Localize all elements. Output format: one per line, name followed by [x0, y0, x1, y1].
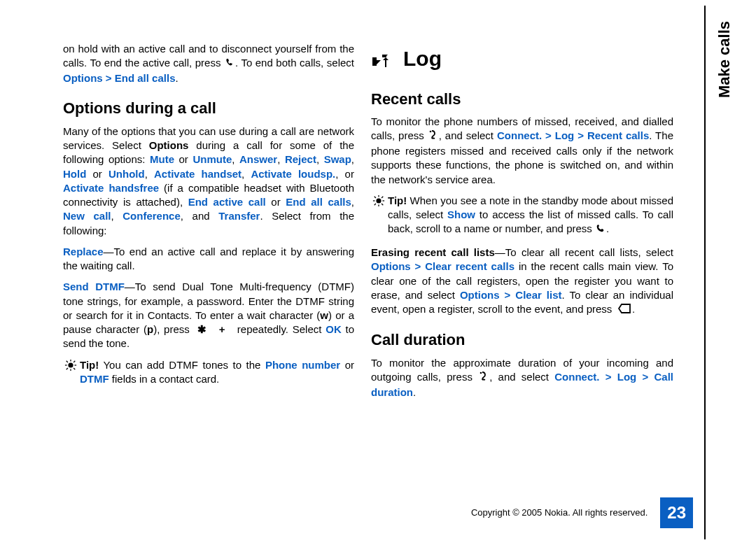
- page-content: on hold with an active call and to disco…: [0, 0, 756, 545]
- svg-line-5: [66, 360, 68, 362]
- svg-point-19: [480, 371, 482, 374]
- svg-point-10: [376, 198, 381, 203]
- log-icon: [371, 50, 391, 67]
- menu-key-icon: [428, 129, 439, 144]
- footer: Copyright © 2005 Nokia. All rights reser…: [471, 497, 693, 528]
- heading-recent-calls: Recent calls: [371, 89, 673, 110]
- svg-line-7: [66, 368, 68, 369]
- vertical-divider: [704, 6, 706, 539]
- heading-call-duration: Call duration: [371, 330, 673, 351]
- tip-dtmf: Tip! You can add DTMF tones to the Phone…: [63, 358, 354, 387]
- section-title-sidebar: Make calls: [714, 21, 735, 98]
- svg-line-8: [74, 360, 75, 362]
- clear-key-icon: [618, 303, 629, 317]
- para-hold: on hold with an active call and to disco…: [63, 42, 354, 85]
- heading-log: Log: [371, 45, 673, 73]
- star-key-icon: ✱: [197, 323, 206, 335]
- svg-line-18: [382, 197, 383, 198]
- copyright-text: Copyright © 2005 Nokia. All rights reser…: [471, 507, 648, 519]
- para-erasing: Erasing recent call lists—To clear all r…: [371, 246, 673, 317]
- svg-point-0: [68, 362, 73, 367]
- heading-options-during-call: Options during a call: [63, 98, 354, 119]
- svg-line-16: [382, 204, 383, 205]
- svg-line-15: [374, 197, 376, 198]
- tip-missed-calls: Tip! When you see a note in the standby …: [371, 194, 673, 237]
- menu-key-icon: [478, 371, 489, 385]
- right-column: Log Recent calls To monitor the phone nu…: [371, 42, 679, 545]
- svg-point-9: [429, 131, 431, 133]
- svg-line-6: [74, 368, 75, 369]
- tip-icon: [372, 194, 388, 211]
- left-column: on hold with an active call and to disco…: [63, 42, 371, 545]
- svg-line-17: [374, 204, 376, 205]
- para-recent-calls: To monitor the phone numbers of missed, …: [371, 115, 673, 187]
- para-options: Many of the options that you can use dur…: [63, 125, 354, 238]
- plus-key-icon: +: [219, 323, 225, 335]
- call-key-icon: [595, 222, 606, 237]
- page-number: 23: [660, 497, 693, 528]
- call-key-icon: [224, 57, 235, 71]
- tip-icon: [64, 359, 80, 375]
- para-send-dtmf: Send DTMF—To send Dual Tone Multi-freque…: [63, 280, 354, 351]
- para-call-duration: To monitor the approximate duration of y…: [371, 356, 673, 399]
- para-replace: Replace—To end an active call and replac…: [63, 245, 354, 274]
